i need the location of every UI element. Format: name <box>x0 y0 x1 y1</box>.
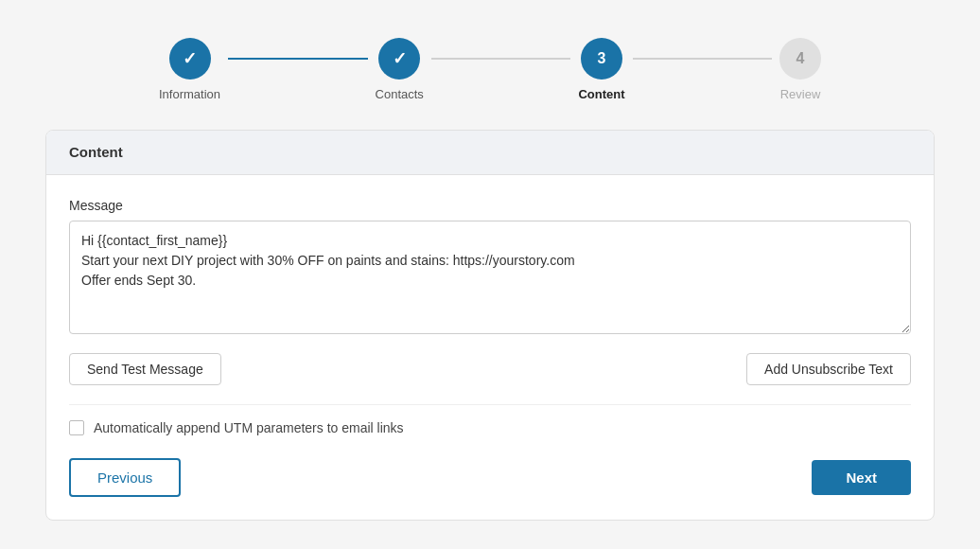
step-label-review: Review <box>780 87 821 101</box>
step-contacts: ✓ Contacts <box>376 38 424 101</box>
stepper: ✓ Information ✓ Contacts 3 Content 4 <box>159 38 821 101</box>
add-unsubscribe-button[interactable]: Add Unsubscribe Text <box>746 353 911 385</box>
content-card: Content Message Hi {{contact_first_name}… <box>45 130 935 521</box>
message-field: Message Hi {{contact_first_name}} Start … <box>69 198 911 338</box>
send-test-button[interactable]: Send Test Message <box>69 353 221 385</box>
card-body: Message Hi {{contact_first_name}} Start … <box>46 175 934 520</box>
step-circle-contacts: ✓ <box>378 38 420 80</box>
action-buttons-row: Send Test Message Add Unsubscribe Text <box>69 353 911 385</box>
step-circle-content: 3 <box>581 38 622 80</box>
card-header: Content <box>46 131 934 175</box>
step-circle-information: ✓ <box>169 38 211 80</box>
step-content: 3 Content <box>578 38 624 101</box>
step-information: ✓ Information <box>159 38 220 101</box>
message-label: Message <box>69 198 911 213</box>
connector-3-4 <box>633 58 773 60</box>
step-label-contacts: Contacts <box>376 87 424 101</box>
step-label-information: Information <box>159 87 220 101</box>
previous-button[interactable]: Previous <box>69 458 181 497</box>
page-wrapper: ✓ Information ✓ Contacts 3 Content 4 <box>19 19 961 549</box>
message-textarea[interactable]: Hi {{contact_first_name}} Start your nex… <box>69 221 911 334</box>
step-number-review: 4 <box>796 50 805 67</box>
check-icon-2: ✓ <box>393 48 407 69</box>
step-label-content: Content <box>578 87 624 101</box>
connector-1-2 <box>228 58 368 60</box>
utm-checkbox[interactable] <box>69 420 84 435</box>
step-circle-review: 4 <box>779 38 821 80</box>
card-title: Content <box>69 144 123 160</box>
check-icon: ✓ <box>183 48 197 69</box>
connector-2-3 <box>431 58 571 60</box>
utm-label: Automatically append UTM parameters to e… <box>94 420 404 435</box>
utm-row: Automatically append UTM parameters to e… <box>69 404 911 435</box>
next-button[interactable]: Next <box>812 460 911 495</box>
navigation-row: Previous Next <box>69 458 911 497</box>
step-number-content: 3 <box>597 50 605 67</box>
step-review: 4 Review <box>779 38 821 101</box>
